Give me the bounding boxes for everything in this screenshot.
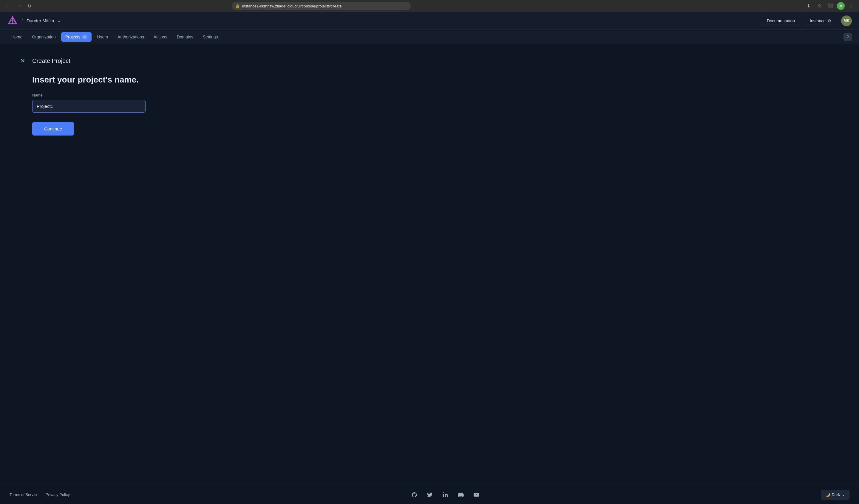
- nav-item-organization[interactable]: Organization: [28, 32, 60, 42]
- nav-bar: Home Organization Projects 1 Users Autho…: [0, 30, 859, 44]
- twitter-icon[interactable]: [425, 490, 435, 500]
- browser-actions: ⬇ ☆ ⬛ M ⋮: [805, 2, 856, 10]
- nav-label-home: Home: [11, 34, 22, 39]
- discord-icon[interactable]: [456, 490, 466, 500]
- github-icon[interactable]: [409, 490, 419, 500]
- bookmark-icon[interactable]: ☆: [815, 2, 824, 10]
- menu-icon[interactable]: ⋮: [847, 2, 856, 10]
- app-logo: [7, 15, 18, 26]
- browser-chrome: ← → ↻ 🔒 instance1-dkmnzw.zitadel.cloud/u…: [0, 0, 859, 12]
- moon-icon: 🌙: [825, 492, 830, 497]
- nav-label-organization: Organization: [32, 34, 56, 39]
- projects-badge: 1: [82, 35, 87, 39]
- page-header: ✕ Create Project: [18, 56, 841, 65]
- nav-item-settings[interactable]: Settings: [199, 32, 222, 42]
- nav-item-actions[interactable]: Actions: [149, 32, 171, 42]
- youtube-icon[interactable]: [471, 490, 481, 500]
- address-url: instance1-dkmnzw.zitadel.cloud/ui/consol…: [242, 4, 407, 8]
- page-title: Create Project: [32, 58, 70, 64]
- gear-icon: ⚙: [827, 18, 831, 23]
- documentation-button[interactable]: Documentation: [762, 16, 800, 26]
- close-button[interactable]: ✕: [18, 56, 27, 65]
- back-button[interactable]: ←: [3, 2, 12, 10]
- continue-button[interactable]: Continue: [32, 122, 74, 136]
- nav-item-home[interactable]: Home: [7, 32, 27, 42]
- lock-icon: 🔒: [235, 4, 240, 8]
- nav-label-users: Users: [97, 34, 108, 39]
- footer-links: Terms of Service Privacy Policy: [10, 492, 70, 497]
- theme-toggle-button[interactable]: 🌙 Dark ⌄: [821, 490, 849, 500]
- breadcrumb-separator: /: [21, 18, 23, 24]
- nav-item-users[interactable]: Users: [93, 32, 112, 42]
- reload-button[interactable]: ↻: [25, 2, 33, 10]
- forward-button[interactable]: →: [14, 2, 22, 10]
- footer-socials: [70, 490, 821, 500]
- name-label: Name: [32, 93, 841, 97]
- download-icon[interactable]: ⬇: [805, 2, 813, 10]
- help-button[interactable]: ?: [843, 33, 852, 41]
- privacy-policy-link[interactable]: Privacy Policy: [46, 492, 70, 497]
- nav-item-authorizations[interactable]: Authorizations: [113, 32, 148, 42]
- nav-item-domains[interactable]: Domains: [173, 32, 197, 42]
- extensions-icon[interactable]: ⬛: [826, 2, 834, 10]
- svg-point-3: [442, 492, 443, 493]
- logo-area: / Dunder Mifflin ⌄: [7, 15, 61, 26]
- nav-label-settings: Settings: [203, 34, 218, 39]
- theme-chevron-icon: ⌄: [842, 492, 845, 497]
- instance-button[interactable]: Instance ⚙: [805, 16, 837, 26]
- nav-label-projects: Projects: [65, 34, 80, 39]
- nav-label-actions: Actions: [154, 34, 167, 39]
- terms-of-service-link[interactable]: Terms of Service: [10, 492, 39, 497]
- form-section: Insert your project's name. Name Continu…: [32, 75, 841, 136]
- browser-profile-button[interactable]: M: [837, 2, 845, 10]
- user-avatar[interactable]: MS: [841, 15, 852, 26]
- org-dropdown-button[interactable]: ⌄: [56, 17, 61, 24]
- theme-label: Dark: [832, 492, 840, 497]
- instance-label: Instance: [810, 18, 826, 23]
- org-name: Dunder Mifflin: [27, 18, 54, 23]
- app-header: / Dunder Mifflin ⌄ Documentation Instanc…: [0, 12, 859, 30]
- footer: Terms of Service Privacy Policy: [0, 485, 859, 504]
- nav-label-domains: Domains: [177, 34, 193, 39]
- address-bar[interactable]: 🔒 instance1-dkmnzw.zitadel.cloud/ui/cons…: [232, 2, 411, 10]
- linkedin-icon[interactable]: [440, 490, 450, 500]
- main-content: ✕ Create Project Insert your project's n…: [0, 44, 859, 485]
- project-name-input[interactable]: [32, 100, 146, 113]
- nav-label-authorizations: Authorizations: [118, 34, 144, 39]
- close-icon: ✕: [20, 57, 25, 64]
- nav-item-projects[interactable]: Projects 1: [61, 32, 92, 42]
- form-heading: Insert your project's name.: [32, 75, 841, 84]
